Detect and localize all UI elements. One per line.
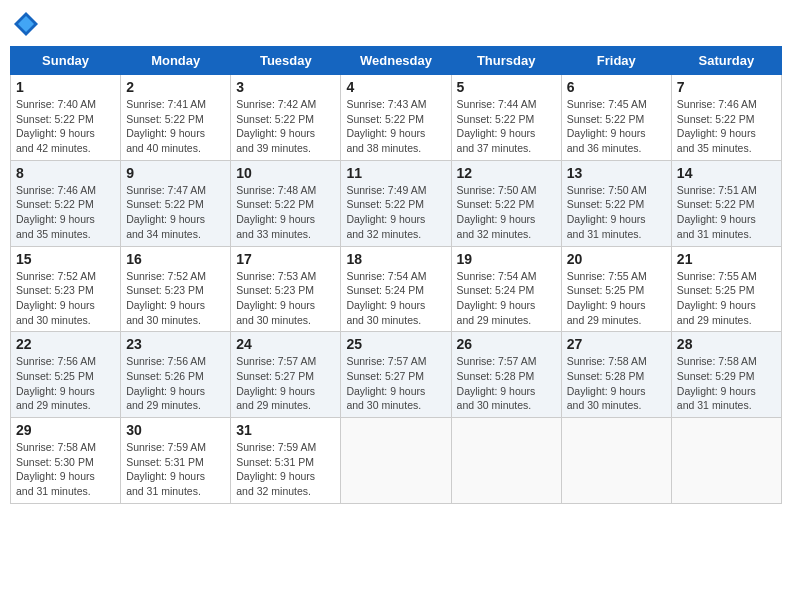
day-number: 15 (16, 251, 115, 267)
day-number: 4 (346, 79, 445, 95)
day-number: 3 (236, 79, 335, 95)
day-number: 30 (126, 422, 225, 438)
day-cell-4: 4 Sunrise: 7:43 AM Sunset: 5:22 PM Dayli… (341, 75, 451, 161)
day-info: Sunrise: 7:50 AM Sunset: 5:22 PM Dayligh… (457, 183, 556, 242)
day-number: 20 (567, 251, 666, 267)
day-number: 27 (567, 336, 666, 352)
day-cell-31: 31 Sunrise: 7:59 AM Sunset: 5:31 PM Dayl… (231, 418, 341, 504)
day-cell-25: 25 Sunrise: 7:57 AM Sunset: 5:27 PM Dayl… (341, 332, 451, 418)
week-row-3: 15 Sunrise: 7:52 AM Sunset: 5:23 PM Dayl… (11, 246, 782, 332)
day-number: 9 (126, 165, 225, 181)
day-info: Sunrise: 7:52 AM Sunset: 5:23 PM Dayligh… (126, 269, 225, 328)
weekday-header-tuesday: Tuesday (231, 47, 341, 75)
weekday-header-row: SundayMondayTuesdayWednesdayThursdayFrid… (11, 47, 782, 75)
day-cell-11: 11 Sunrise: 7:49 AM Sunset: 5:22 PM Dayl… (341, 160, 451, 246)
day-info: Sunrise: 7:55 AM Sunset: 5:25 PM Dayligh… (677, 269, 776, 328)
day-cell-6: 6 Sunrise: 7:45 AM Sunset: 5:22 PM Dayli… (561, 75, 671, 161)
day-number: 14 (677, 165, 776, 181)
day-cell-21: 21 Sunrise: 7:55 AM Sunset: 5:25 PM Dayl… (671, 246, 781, 332)
day-cell-23: 23 Sunrise: 7:56 AM Sunset: 5:26 PM Dayl… (121, 332, 231, 418)
day-number: 17 (236, 251, 335, 267)
day-cell-10: 10 Sunrise: 7:48 AM Sunset: 5:22 PM Dayl… (231, 160, 341, 246)
day-cell-27: 27 Sunrise: 7:58 AM Sunset: 5:28 PM Dayl… (561, 332, 671, 418)
calendar-table: SundayMondayTuesdayWednesdayThursdayFrid… (10, 46, 782, 504)
day-cell-26: 26 Sunrise: 7:57 AM Sunset: 5:28 PM Dayl… (451, 332, 561, 418)
day-info: Sunrise: 7:44 AM Sunset: 5:22 PM Dayligh… (457, 97, 556, 156)
day-number: 24 (236, 336, 335, 352)
day-number: 11 (346, 165, 445, 181)
day-cell-29: 29 Sunrise: 7:58 AM Sunset: 5:30 PM Dayl… (11, 418, 121, 504)
day-cell-1: 1 Sunrise: 7:40 AM Sunset: 5:22 PM Dayli… (11, 75, 121, 161)
day-number: 1 (16, 79, 115, 95)
day-info: Sunrise: 7:46 AM Sunset: 5:22 PM Dayligh… (16, 183, 115, 242)
day-number: 29 (16, 422, 115, 438)
day-info: Sunrise: 7:41 AM Sunset: 5:22 PM Dayligh… (126, 97, 225, 156)
day-number: 5 (457, 79, 556, 95)
day-cell-28: 28 Sunrise: 7:58 AM Sunset: 5:29 PM Dayl… (671, 332, 781, 418)
day-number: 16 (126, 251, 225, 267)
logo (10, 10, 40, 38)
day-cell-24: 24 Sunrise: 7:57 AM Sunset: 5:27 PM Dayl… (231, 332, 341, 418)
empty-cell (451, 418, 561, 504)
day-info: Sunrise: 7:46 AM Sunset: 5:22 PM Dayligh… (677, 97, 776, 156)
day-info: Sunrise: 7:40 AM Sunset: 5:22 PM Dayligh… (16, 97, 115, 156)
day-cell-22: 22 Sunrise: 7:56 AM Sunset: 5:25 PM Dayl… (11, 332, 121, 418)
empty-cell (671, 418, 781, 504)
day-info: Sunrise: 7:58 AM Sunset: 5:30 PM Dayligh… (16, 440, 115, 499)
day-info: Sunrise: 7:57 AM Sunset: 5:28 PM Dayligh… (457, 354, 556, 413)
day-info: Sunrise: 7:54 AM Sunset: 5:24 PM Dayligh… (346, 269, 445, 328)
day-info: Sunrise: 7:57 AM Sunset: 5:27 PM Dayligh… (236, 354, 335, 413)
day-info: Sunrise: 7:56 AM Sunset: 5:25 PM Dayligh… (16, 354, 115, 413)
week-row-1: 1 Sunrise: 7:40 AM Sunset: 5:22 PM Dayli… (11, 75, 782, 161)
day-info: Sunrise: 7:55 AM Sunset: 5:25 PM Dayligh… (567, 269, 666, 328)
weekday-header-monday: Monday (121, 47, 231, 75)
day-number: 10 (236, 165, 335, 181)
day-number: 7 (677, 79, 776, 95)
weekday-header-sunday: Sunday (11, 47, 121, 75)
day-cell-14: 14 Sunrise: 7:51 AM Sunset: 5:22 PM Dayl… (671, 160, 781, 246)
weekday-header-wednesday: Wednesday (341, 47, 451, 75)
day-cell-17: 17 Sunrise: 7:53 AM Sunset: 5:23 PM Dayl… (231, 246, 341, 332)
day-number: 8 (16, 165, 115, 181)
day-info: Sunrise: 7:42 AM Sunset: 5:22 PM Dayligh… (236, 97, 335, 156)
day-number: 6 (567, 79, 666, 95)
weekday-header-thursday: Thursday (451, 47, 561, 75)
day-cell-2: 2 Sunrise: 7:41 AM Sunset: 5:22 PM Dayli… (121, 75, 231, 161)
day-number: 28 (677, 336, 776, 352)
header (10, 10, 782, 38)
day-info: Sunrise: 7:47 AM Sunset: 5:22 PM Dayligh… (126, 183, 225, 242)
day-number: 22 (16, 336, 115, 352)
day-cell-30: 30 Sunrise: 7:59 AM Sunset: 5:31 PM Dayl… (121, 418, 231, 504)
day-info: Sunrise: 7:58 AM Sunset: 5:29 PM Dayligh… (677, 354, 776, 413)
empty-cell (341, 418, 451, 504)
day-info: Sunrise: 7:59 AM Sunset: 5:31 PM Dayligh… (126, 440, 225, 499)
day-number: 19 (457, 251, 556, 267)
day-number: 31 (236, 422, 335, 438)
day-info: Sunrise: 7:59 AM Sunset: 5:31 PM Dayligh… (236, 440, 335, 499)
day-cell-19: 19 Sunrise: 7:54 AM Sunset: 5:24 PM Dayl… (451, 246, 561, 332)
day-number: 26 (457, 336, 556, 352)
day-cell-9: 9 Sunrise: 7:47 AM Sunset: 5:22 PM Dayli… (121, 160, 231, 246)
logo-icon (12, 10, 40, 38)
day-number: 13 (567, 165, 666, 181)
day-number: 23 (126, 336, 225, 352)
day-info: Sunrise: 7:43 AM Sunset: 5:22 PM Dayligh… (346, 97, 445, 156)
empty-cell (561, 418, 671, 504)
day-info: Sunrise: 7:58 AM Sunset: 5:28 PM Dayligh… (567, 354, 666, 413)
day-info: Sunrise: 7:56 AM Sunset: 5:26 PM Dayligh… (126, 354, 225, 413)
week-row-2: 8 Sunrise: 7:46 AM Sunset: 5:22 PM Dayli… (11, 160, 782, 246)
day-cell-3: 3 Sunrise: 7:42 AM Sunset: 5:22 PM Dayli… (231, 75, 341, 161)
day-cell-13: 13 Sunrise: 7:50 AM Sunset: 5:22 PM Dayl… (561, 160, 671, 246)
weekday-header-saturday: Saturday (671, 47, 781, 75)
day-info: Sunrise: 7:48 AM Sunset: 5:22 PM Dayligh… (236, 183, 335, 242)
day-cell-7: 7 Sunrise: 7:46 AM Sunset: 5:22 PM Dayli… (671, 75, 781, 161)
week-row-4: 22 Sunrise: 7:56 AM Sunset: 5:25 PM Dayl… (11, 332, 782, 418)
week-row-5: 29 Sunrise: 7:58 AM Sunset: 5:30 PM Dayl… (11, 418, 782, 504)
day-number: 12 (457, 165, 556, 181)
weekday-header-friday: Friday (561, 47, 671, 75)
day-cell-15: 15 Sunrise: 7:52 AM Sunset: 5:23 PM Dayl… (11, 246, 121, 332)
day-cell-12: 12 Sunrise: 7:50 AM Sunset: 5:22 PM Dayl… (451, 160, 561, 246)
day-info: Sunrise: 7:52 AM Sunset: 5:23 PM Dayligh… (16, 269, 115, 328)
day-info: Sunrise: 7:54 AM Sunset: 5:24 PM Dayligh… (457, 269, 556, 328)
day-info: Sunrise: 7:49 AM Sunset: 5:22 PM Dayligh… (346, 183, 445, 242)
